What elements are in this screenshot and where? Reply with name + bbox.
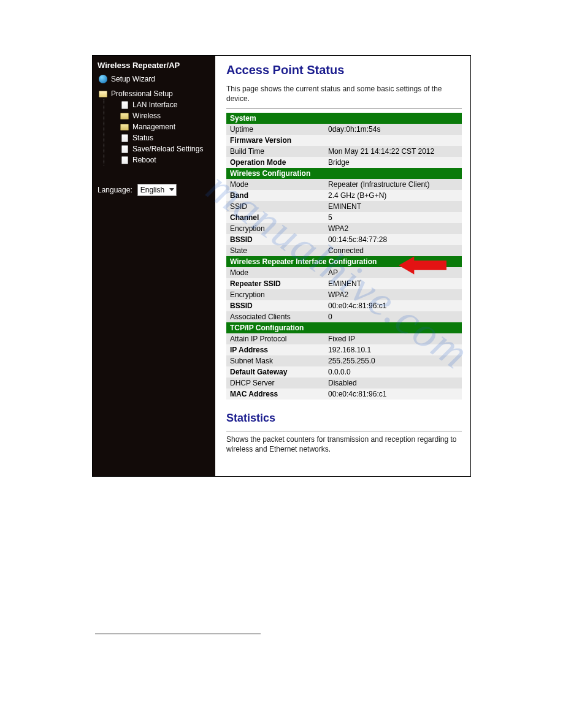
document-icon	[120, 145, 129, 153]
cell-value: 0day:0h:1m:54s	[324, 124, 462, 135]
row-rep-enc: EncryptionWPA2	[226, 289, 462, 300]
document-icon	[120, 134, 129, 142]
cell-label: Build Time	[226, 146, 324, 157]
cell-label: MAC Address	[226, 389, 324, 400]
row-ssid: SSIDEMINENT	[226, 201, 462, 212]
row-rep-assoc: Associated Clients0	[226, 311, 462, 322]
cell-label: Band	[226, 190, 324, 201]
row-build-time: Build TimeMon May 21 14:14:22 CST 2012	[226, 146, 462, 157]
cell-value: 00:e0:4c:81:96:c1	[324, 300, 462, 311]
section-header-repeater: Wireless Repeater Interface Configuratio…	[226, 256, 462, 267]
main-content: Access Point Status This page shows the …	[215, 56, 470, 476]
cell-label: Mode	[226, 179, 324, 190]
cell-label: Repeater SSID	[226, 278, 324, 289]
row-mode: ModeRepeater (Infrastructure Client)	[226, 179, 462, 190]
nav-label: Setup Wizard	[111, 75, 155, 83]
cell-label: Subnet Mask	[226, 355, 324, 366]
row-rep-mode: ModeAP	[226, 267, 462, 278]
statistics-description: Shows the packet counters for transmissi…	[226, 435, 462, 454]
nav-label: Management	[132, 123, 175, 131]
globe-icon	[99, 75, 107, 83]
cell-value: Disabled	[324, 377, 462, 389]
statistics-title: Statistics	[226, 412, 462, 425]
nav-label: LAN Interface	[132, 100, 177, 109]
cell-value: 192.168.10.1	[324, 344, 462, 355]
nav-status[interactable]: Status	[104, 132, 212, 143]
language-label: Language:	[98, 186, 132, 194]
cell-value: WPA2	[324, 223, 462, 234]
cell-label: Uptime	[226, 124, 324, 135]
language-select[interactable]: English	[137, 184, 177, 196]
nav-label: Save/Reload Settings	[132, 145, 203, 153]
nav-save-reload[interactable]: Save/Reload Settings	[104, 143, 212, 154]
app-window: Wireless Repeater/AP Setup Wizard Profes…	[92, 55, 471, 477]
cell-value: Repeater (Infrastructure Client)	[324, 179, 462, 190]
nav-professional-setup[interactable]: Professional Setup	[96, 88, 212, 99]
cell-label: IP Address	[226, 344, 324, 355]
row-uptime: Uptime0day:0h:1m:54s	[226, 124, 462, 135]
cell-label: Encryption	[226, 289, 324, 300]
row-gateway: Default Gateway0.0.0.0	[226, 366, 462, 377]
section-header-tcpip: TCP/IP Configuration	[226, 322, 462, 333]
nav-label: Wireless	[132, 112, 161, 120]
cell-label: Channel	[226, 212, 324, 223]
nav-reboot[interactable]: Reboot	[104, 154, 212, 165]
row-state: StateConnected	[226, 245, 462, 256]
folder-icon	[120, 112, 129, 120]
document-icon	[120, 100, 129, 109]
cell-value	[324, 135, 462, 146]
footer-divider	[95, 634, 261, 634]
folder-icon	[120, 123, 129, 131]
cell-label: Firmware Version	[226, 135, 324, 146]
nav-label: Status	[132, 134, 153, 142]
cell-value: EMINENT	[324, 278, 462, 289]
row-subnet: Subnet Mask255.255.255.0	[226, 355, 462, 366]
divider	[226, 431, 462, 431]
row-channel: Channel5	[226, 212, 462, 223]
row-bssid: BSSID00:14:5c:84:77:28	[226, 234, 462, 245]
cell-label: BSSID	[226, 300, 324, 311]
cell-value: WPA2	[324, 289, 462, 300]
cell-value: Mon May 21 14:14:22 CST 2012	[324, 146, 462, 157]
cell-label: Attain IP Protocol	[226, 333, 324, 344]
cell-value: 00:e0:4c:81:96:c1	[324, 389, 462, 400]
row-firmware: Firmware Version	[226, 135, 462, 146]
nav-label: Professional Setup	[111, 89, 173, 98]
language-row: Language: English	[96, 184, 212, 196]
section-header-system: System	[226, 113, 462, 124]
cell-label: State	[226, 245, 324, 256]
cell-label: Default Gateway	[226, 366, 324, 377]
cell-label: Operation Mode	[226, 157, 324, 168]
sidebar: Wireless Repeater/AP Setup Wizard Profes…	[93, 56, 215, 476]
row-dhcp: DHCP ServerDisabled	[226, 377, 462, 389]
page-description: This page shows the current status and s…	[226, 85, 462, 104]
cell-value: AP	[324, 267, 462, 278]
status-table: System Uptime0day:0h:1m:54s Firmware Ver…	[226, 113, 462, 400]
cell-value: 00:14:5c:84:77:28	[324, 234, 462, 245]
folder-open-icon	[99, 89, 107, 98]
cell-value: 255.255.255.0	[324, 355, 462, 366]
cell-label: Encryption	[226, 223, 324, 234]
cell-label: Associated Clients	[226, 311, 324, 322]
divider	[226, 108, 462, 109]
cell-value: 2.4 GHz (B+G+N)	[324, 190, 462, 201]
row-rep-bssid: BSSID00:e0:4c:81:96:c1	[226, 300, 462, 311]
nav-setup-wizard[interactable]: Setup Wizard	[96, 74, 212, 85]
cell-value: Connected	[324, 245, 462, 256]
cell-value: 0.0.0.0	[324, 366, 462, 377]
row-attain-ip: Attain IP ProtocolFixed IP	[226, 333, 462, 344]
cell-label: SSID	[226, 201, 324, 212]
cell-value: Fixed IP	[324, 333, 462, 344]
row-band: Band2.4 GHz (B+G+N)	[226, 190, 462, 201]
nav-lan-interface[interactable]: LAN Interface	[104, 99, 212, 110]
row-encryption: EncryptionWPA2	[226, 223, 462, 234]
sidebar-title: Wireless Repeater/AP	[96, 61, 212, 70]
nav-wireless[interactable]: Wireless	[104, 110, 212, 121]
row-operation-mode: Operation ModeBridge	[226, 157, 462, 168]
section-header-wireless: Wireless Configuration	[226, 168, 462, 179]
cell-value: 5	[324, 212, 462, 223]
document-icon	[120, 156, 129, 164]
nav-management[interactable]: Management	[104, 121, 212, 132]
cell-label: DHCP Server	[226, 377, 324, 389]
cell-value: 0	[324, 311, 462, 322]
